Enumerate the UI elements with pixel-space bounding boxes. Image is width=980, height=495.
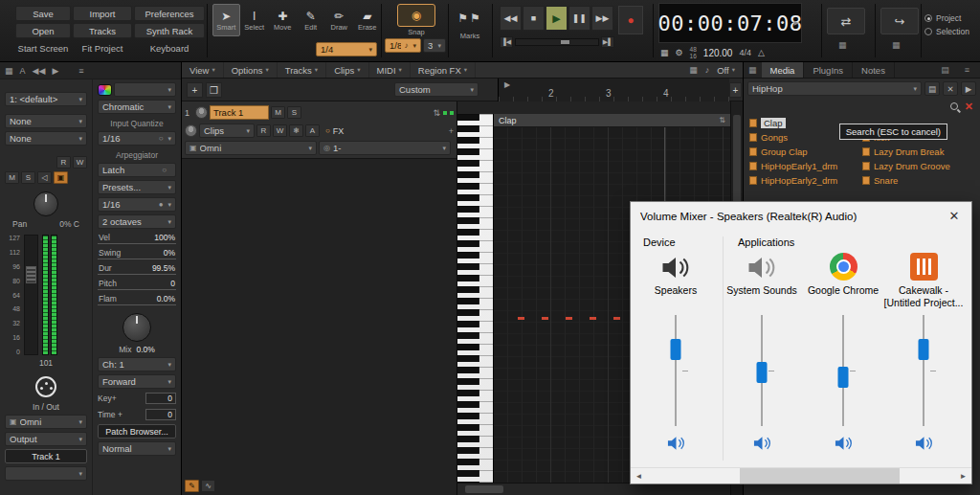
edit-tool-button[interactable]: ✎ Edit	[298, 4, 325, 36]
export-grid-icon[interactable]: ▦	[892, 40, 901, 50]
snap-count-dropdown[interactable]: 3	[423, 38, 446, 53]
cakewalk-mute-button[interactable]	[882, 432, 965, 455]
loop-grid-icon[interactable]: ▦	[838, 40, 847, 50]
transients-icon[interactable]: ∿	[201, 480, 215, 492]
close-dialog-button[interactable]: ✕	[937, 202, 971, 230]
file-item[interactable]: HipHopEarly1_drm	[749, 160, 862, 172]
preferences-button[interactable]: Preferences	[134, 6, 205, 21]
select-tool-button[interactable]: I Select	[241, 4, 269, 36]
start-screen-button[interactable]: Start Screen	[15, 40, 71, 56]
dialog-scrollbar-thumb[interactable]	[740, 468, 900, 484]
move-tool-button[interactable]: ✚ Move	[269, 4, 297, 36]
metronome-icon[interactable]: △	[758, 48, 765, 57]
swing-param[interactable]: Swing 0%	[98, 247, 176, 259]
cancel-search-icon[interactable]: ✕	[965, 101, 973, 112]
note-event[interactable]	[590, 317, 596, 320]
volume-fader[interactable]	[24, 235, 38, 355]
import-button[interactable]: Import	[73, 6, 132, 21]
dock-icon[interactable]: ▦	[744, 65, 762, 75]
note-event[interactable]	[566, 317, 572, 320]
inspector-menu-icon[interactable]: ≡	[78, 66, 83, 76]
menu-region-fx[interactable]: Region FX	[411, 62, 476, 78]
letter-a-icon[interactable]: A	[20, 66, 26, 76]
file-item[interactable]: Lazy Drum Groove	[862, 160, 950, 172]
rewind-button[interactable]: ◀◀	[500, 6, 522, 31]
synth-rack-button[interactable]: Synth Rack	[134, 23, 205, 38]
pitch-param[interactable]: Pitch 0	[98, 278, 176, 290]
duplicate-button[interactable]: ❐	[206, 82, 222, 98]
fast-forward-button[interactable]: ▶▶	[591, 6, 613, 31]
new-folder-icon[interactable]: ▤	[924, 81, 940, 96]
add-fx-icon[interactable]: +	[449, 126, 454, 136]
meter-value[interactable]: 4/4	[739, 48, 751, 57]
vel-param[interactable]: Vel 100%	[98, 232, 176, 244]
envelope-icon[interactable]: ▦	[689, 65, 698, 75]
tab-media[interactable]: Media	[762, 62, 805, 78]
track-solo-button[interactable]: S	[287, 106, 301, 119]
input-echo-icon[interactable]: ◁	[37, 171, 52, 184]
track-name-button[interactable]: Track 1	[5, 449, 87, 463]
scroll-right-icon[interactable]: ►	[955, 472, 971, 481]
mix-value[interactable]: 0.0%	[136, 345, 154, 354]
dialog-horizontal-scrollbar[interactable]: ◄ ►	[631, 467, 971, 484]
input-quantize-dropdown[interactable]: 1/16 ○	[98, 131, 176, 146]
menu-clips[interactable]: Clips	[326, 62, 368, 78]
search-icon[interactable]	[950, 102, 958, 110]
time-offset-value[interactable]: 0	[145, 409, 176, 420]
scroll-left-icon[interactable]: ◄	[631, 472, 647, 481]
fx-power-icon[interactable]: ○	[325, 126, 330, 135]
track-1-strip[interactable]: 1 Track 1 M S ⇅ Clips	[182, 101, 457, 159]
menu-view[interactable]: View	[182, 62, 224, 78]
time-format-arrow-icon[interactable]: ▶	[794, 19, 799, 27]
cakewalk-volume-slider[interactable]	[882, 315, 965, 426]
output-dropdown[interactable]: Output	[5, 432, 87, 446]
smart-tool-button[interactable]: ➤ Smart	[212, 4, 240, 36]
system-sounds-volume-slider[interactable]	[721, 315, 803, 426]
power-icon[interactable]: ○	[159, 134, 164, 143]
clips-dropdown[interactable]: Clips	[199, 124, 255, 138]
workspace-dropdown[interactable]: Custom	[394, 82, 479, 97]
record-button[interactable]: ●	[618, 6, 643, 34]
color-palette-icon[interactable]	[98, 84, 112, 96]
track-write-button[interactable]: W	[273, 124, 287, 137]
chrome-slider-handle[interactable]	[838, 367, 849, 388]
file-item[interactable]: Snare	[862, 174, 950, 187]
normal-dropdown[interactable]: Normal	[98, 441, 176, 456]
cakewalk-slider-handle[interactable]	[919, 339, 929, 360]
stop-button[interactable]: ■	[523, 6, 545, 31]
bottom-empty-dropdown[interactable]	[5, 466, 87, 481]
file-item[interactable]: HipHopEarly2_drm	[749, 174, 862, 187]
speakers-mute-button[interactable]	[635, 432, 717, 455]
folder-icon[interactable]: ▤	[936, 65, 954, 75]
menu-options[interactable]: Options	[224, 62, 278, 78]
arp-rate-dropdown[interactable]: 1/16 ●	[98, 197, 176, 212]
collapse-left-icon[interactable]: ◀◀	[33, 66, 46, 76]
pan-value[interactable]: 0% C	[59, 219, 79, 229]
flam-param[interactable]: Flam 0.0%	[98, 293, 176, 305]
position-slider-handle[interactable]	[561, 40, 569, 44]
volume-fader-handle[interactable]	[26, 266, 36, 283]
menu-midi[interactable]: MIDI	[369, 62, 411, 78]
menu-tracks[interactable]: Tracks	[278, 62, 326, 78]
aim-assist-icon[interactable]: ♪	[705, 65, 710, 75]
go-to-start-button[interactable]: ▐◀	[500, 36, 513, 48]
mute-button[interactable]: M	[5, 171, 19, 184]
position-slider[interactable]	[515, 38, 599, 46]
add-track-button[interactable]: +	[729, 82, 742, 98]
export-button[interactable]: ↪	[880, 8, 919, 34]
freeze-icon[interactable]: ❄	[289, 124, 303, 137]
latch-button[interactable]: Latch ○	[98, 163, 176, 177]
panel-menu-icon[interactable]: ≡	[960, 65, 974, 75]
expand-track-icon[interactable]: ⇅	[433, 108, 440, 118]
snap-toggle-button[interactable]: ◉	[397, 4, 435, 27]
channel-dropdown[interactable]: Ch: 1	[98, 357, 176, 371]
read-automation-button[interactable]: R	[56, 156, 71, 169]
clip-header[interactable]: Clap ⇅	[494, 114, 730, 127]
tab-plugins[interactable]: PlugIns	[804, 62, 853, 78]
system-sounds-mute-button[interactable]	[721, 432, 803, 455]
fx-rack[interactable]: ○ FX	[325, 126, 344, 136]
note-event[interactable]	[542, 317, 548, 320]
add-clip-button[interactable]: +	[187, 82, 203, 98]
tool-resolution-dropdown[interactable]: 1/4	[316, 42, 377, 56]
tracks-button[interactable]: Tracks	[73, 23, 132, 38]
